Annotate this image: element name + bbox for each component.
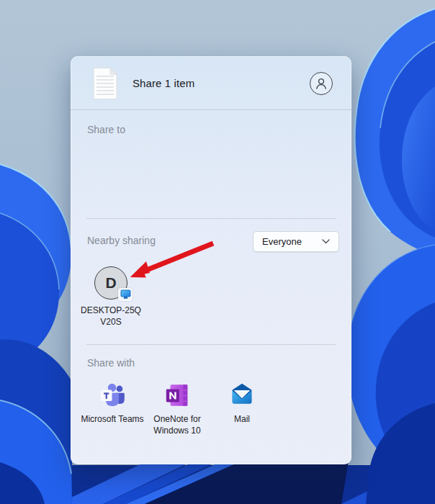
nearby-sharing-label: Nearby sharing <box>87 235 156 246</box>
onenote-icon <box>163 382 191 409</box>
share-dialog: Share 1 item Share to Nearby sharing Eve… <box>71 56 351 464</box>
document-icon <box>91 67 119 100</box>
nearby-device-tile[interactable]: D DESKTOP-25Q <box>75 266 147 328</box>
dialog-title: Share 1 item <box>133 56 194 110</box>
device-name: DESKTOP-25Q V20S <box>75 305 147 328</box>
app-tile-microsoft-teams[interactable]: Microsoft Teams <box>80 382 145 436</box>
chevron-down-icon <box>322 239 330 244</box>
teams-icon <box>99 382 126 409</box>
account-button[interactable] <box>310 72 333 95</box>
section-divider <box>86 218 336 219</box>
share-with-label: Share with <box>87 357 135 369</box>
device-initial: D <box>105 274 116 292</box>
nearby-visibility-dropdown[interactable]: Everyone <box>253 231 339 252</box>
app-label: Mail <box>210 414 274 426</box>
person-icon <box>314 76 328 91</box>
dropdown-selected-value: Everyone <box>262 236 302 247</box>
share-with-apps: Microsoft Teams <box>80 382 274 436</box>
app-label: Microsoft Teams <box>80 414 145 426</box>
section-divider <box>86 344 336 345</box>
device-avatar: D <box>94 266 127 300</box>
app-label: OneNote for Windows 10 <box>145 414 210 436</box>
share-dialog-header: Share 1 item <box>71 56 351 110</box>
desktop: Share 1 item Share to Nearby sharing Eve… <box>0 0 435 504</box>
app-tile-onenote[interactable]: OneNote for Windows 10 <box>145 382 210 436</box>
mail-icon <box>228 382 256 409</box>
monitor-icon <box>118 288 133 301</box>
share-to-label: Share to <box>87 124 125 135</box>
app-tile-mail[interactable]: Mail <box>210 382 274 436</box>
